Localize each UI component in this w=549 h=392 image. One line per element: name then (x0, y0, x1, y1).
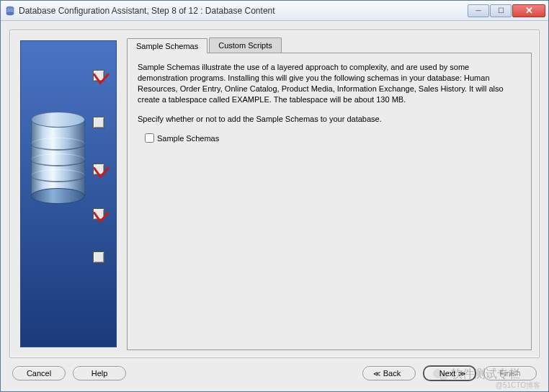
step-checkbox-4 (93, 208, 104, 220)
arrow-left-icon: ≪ (373, 370, 380, 378)
help-button[interactable]: Help (73, 366, 126, 380)
tab-strip: Sample Schemas Custom Scripts (127, 37, 532, 53)
step-checkbox-5 (93, 251, 104, 263)
button-bar: Cancel Help ≪Back Next≫ Finish (9, 358, 540, 383)
cancel-button[interactable]: Cancel (12, 366, 66, 380)
wizard-progress-panel (20, 40, 117, 347)
sample-schemas-option[interactable]: Sample Schemas (145, 133, 521, 143)
sample-schemas-label: Sample Schemas (157, 134, 219, 143)
step-checkbox-3 (93, 164, 104, 175)
window-title: Database Configuration Assistant, Step 8… (19, 6, 468, 16)
tab-content: Sample Schemas illustrate the use of a l… (127, 53, 532, 350)
prompt-text: Specify whether or not to add the Sample… (138, 115, 521, 123)
maximize-button[interactable]: ☐ (490, 4, 512, 17)
database-illustration (31, 112, 85, 204)
minimize-button[interactable]: ─ (468, 4, 489, 17)
tab-sample-schemas[interactable]: Sample Schemas (127, 38, 207, 53)
sample-schemas-checkbox[interactable] (145, 133, 154, 143)
content-panel: Sample Schemas Custom Scripts Sample Sch… (127, 37, 532, 350)
arrow-right-icon: ≫ (458, 370, 465, 378)
main-frame: Sample Schemas Custom Scripts Sample Sch… (9, 30, 540, 358)
wizard-window: Database Configuration Assistant, Step 8… (0, 0, 549, 392)
step-checkbox-1 (93, 70, 104, 81)
close-button[interactable]: ✕ (512, 4, 545, 17)
titlebar[interactable]: Database Configuration Assistant, Step 8… (1, 1, 548, 21)
finish-button[interactable]: Finish (483, 366, 537, 380)
client-area: Sample Schemas Custom Scripts Sample Sch… (1, 21, 548, 391)
app-icon (5, 6, 15, 16)
tab-custom-scripts[interactable]: Custom Scripts (209, 37, 282, 53)
description-text: Sample Schemas illustrate the use of a l… (138, 62, 521, 104)
step-checkbox-2 (93, 117, 104, 128)
window-controls: ─ ☐ ✕ (468, 4, 545, 17)
next-button[interactable]: Next≫ (423, 365, 476, 381)
back-button[interactable]: ≪Back (362, 366, 416, 380)
svg-point-2 (6, 12, 14, 15)
